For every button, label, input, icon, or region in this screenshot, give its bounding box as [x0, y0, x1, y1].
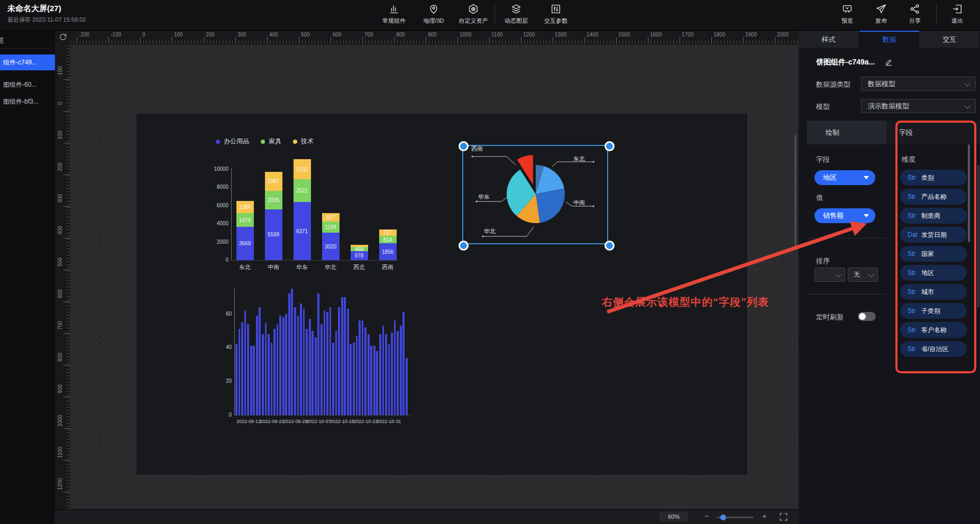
bar-segment: 3020: [322, 233, 340, 260]
toolbar-regular-components[interactable]: 常规组件: [375, 2, 413, 28]
app-root: 未命名大屏(27) 最近保存 2022-11-07 15:58:02 常规组件 …: [0, 0, 980, 524]
toolbar-custom-assets[interactable]: 自定义资产: [454, 2, 492, 28]
ts-bar: [244, 310, 246, 415]
ts-bar: [317, 293, 319, 415]
resize-handle[interactable]: [605, 241, 615, 251]
layers-icon: [510, 3, 522, 15]
zoom-slider-knob[interactable]: [720, 514, 726, 520]
toolbar-interaction-params[interactable]: 交互参数: [537, 2, 575, 28]
ts-bar: [239, 329, 241, 415]
field-pill-地区[interactable]: Str地区: [900, 265, 967, 281]
field-pill-子类别[interactable]: Str子类别: [900, 303, 967, 319]
layer-item-3[interactable]: 图组件-bf3...: [0, 94, 55, 109]
model-select[interactable]: 演示数据模型: [861, 99, 976, 113]
field-pill-城市[interactable]: Str城市: [900, 284, 967, 300]
bar-segment: [351, 245, 368, 247]
subtab-draw[interactable]: 绘制: [807, 121, 886, 144]
dashboard-artboard[interactable]: 办公用品家具技术02000400060008000100003669147913…: [136, 114, 747, 475]
selected-component-outline[interactable]: [462, 145, 608, 244]
field-pill-类别[interactable]: Str类别: [900, 170, 967, 186]
ts-bar: [347, 309, 349, 415]
action-publish[interactable]: 发布: [862, 2, 900, 28]
ts-bar: [300, 304, 302, 415]
ts-bar: [265, 323, 267, 415]
sort-label: 排序: [816, 256, 830, 266]
bar-segment: 6371: [294, 202, 311, 260]
tab-style[interactable]: 样式: [799, 30, 859, 48]
zoom-out-button[interactable]: −: [704, 511, 709, 520]
params-icon: [550, 3, 562, 15]
resize-handle[interactable]: [605, 141, 615, 151]
action-exit[interactable]: 退出: [938, 2, 976, 28]
sort-order-select[interactable]: 无: [848, 268, 878, 282]
zoom-in-button[interactable]: +: [762, 511, 767, 520]
action-share[interactable]: 分享: [896, 2, 934, 28]
ts-bar: [285, 314, 287, 415]
layers-sidebar: 层 组件-c749... 图组件-60... 图组件-bf3...: [0, 30, 56, 524]
ts-bar: [335, 331, 337, 416]
dimensions-group-label: 维度: [902, 155, 915, 164]
ts-bar: [320, 324, 323, 415]
ruler-corner[interactable]: [55, 30, 71, 44]
tab-data[interactable]: 数据: [859, 30, 920, 48]
stacked-chart-legend: 办公用品家具技术: [216, 137, 314, 146]
field-list-scrollbar[interactable]: [968, 144, 970, 242]
ruler-horizontal: -200-10001002003004005006007008009001000…: [70, 30, 799, 44]
bar-segment: 814: [379, 236, 397, 243]
ts-bar: [344, 297, 346, 415]
panel-tabs: 样式 数据 交互: [799, 30, 980, 48]
ts-bar: [282, 317, 285, 415]
ts-bar: [279, 316, 281, 415]
field-pill-国家[interactable]: Str国家: [900, 246, 967, 262]
field-pill-省/自治区[interactable]: Str省/自治区: [900, 341, 967, 357]
ts-bar: [362, 320, 364, 415]
ts-bar: [271, 343, 273, 415]
resize-handle[interactable]: [459, 241, 469, 251]
component-name: 饼图组件-c749a...: [816, 58, 875, 67]
panel-scrollbar[interactable]: [977, 165, 979, 308]
field-pill-发货日期[interactable]: Dat发货日期: [900, 227, 967, 243]
editor-canvas[interactable]: 办公用品家具技术02000400060008000100003669147913…: [70, 44, 799, 509]
auto-refresh-toggle[interactable]: [858, 312, 876, 321]
ts-bar: [394, 320, 396, 415]
sort-field-select[interactable]: [814, 268, 845, 282]
model-label: 模型: [816, 102, 830, 112]
fit-screen-button[interactable]: [778, 512, 789, 522]
ts-bar: [241, 323, 243, 415]
bar-segment: 2087: [265, 172, 282, 191]
layers-panel-title: 层: [0, 36, 4, 45]
ts-bar: [306, 329, 308, 415]
screen-title: 未命名大屏(27): [7, 4, 61, 14]
zoom-level-value[interactable]: 60%: [660, 512, 688, 522]
ts-bar: [262, 334, 264, 415]
layer-item-pie[interactable]: 组件-c749...: [0, 54, 55, 70]
ts-bar: [338, 307, 340, 415]
bar-segment: 3669: [236, 227, 254, 260]
top-header: 未命名大屏(27) 最近保存 2022-11-07 15:58:02 常规组件 …: [0, 0, 980, 31]
tab-interaction[interactable]: 交互: [919, 30, 980, 48]
field-pill-产品名称[interactable]: Str产品名称: [900, 189, 967, 205]
toolbar-geo-3d[interactable]: 地理/3D: [415, 2, 453, 28]
last-saved-text: 最近保存 2022-11-07 15:58:02: [7, 16, 86, 24]
canvas-scrollbar[interactable]: [794, 135, 796, 249]
dimension-field-select[interactable]: 地区: [814, 170, 875, 185]
subtab-fields[interactable]: 字段: [886, 121, 980, 144]
layer-item-2[interactable]: 图组件-60...: [0, 77, 55, 93]
datasource-type-select[interactable]: 数据模型: [861, 77, 976, 91]
bar-segment: 1384: [236, 201, 254, 214]
rename-button[interactable]: [885, 58, 893, 66]
ts-bar: [277, 324, 279, 415]
ts-bar: [370, 346, 372, 415]
field-label: 字段: [816, 155, 830, 164]
chevron-down-icon: [964, 80, 970, 86]
field-pill-客户名称[interactable]: Str客户名称: [900, 322, 967, 338]
field-pill-制造商[interactable]: Str制造商: [900, 208, 967, 224]
ts-bar: [256, 316, 258, 415]
toolbar-dynamic-layers[interactable]: 动态图层: [497, 2, 535, 28]
action-preview[interactable]: 预览: [828, 2, 866, 28]
ts-bar: [382, 326, 384, 415]
measure-field-select[interactable]: 销售额: [814, 208, 875, 223]
geo-icon: [428, 3, 439, 15]
ts-bar: [400, 326, 402, 415]
resize-handle[interactable]: [459, 141, 469, 151]
